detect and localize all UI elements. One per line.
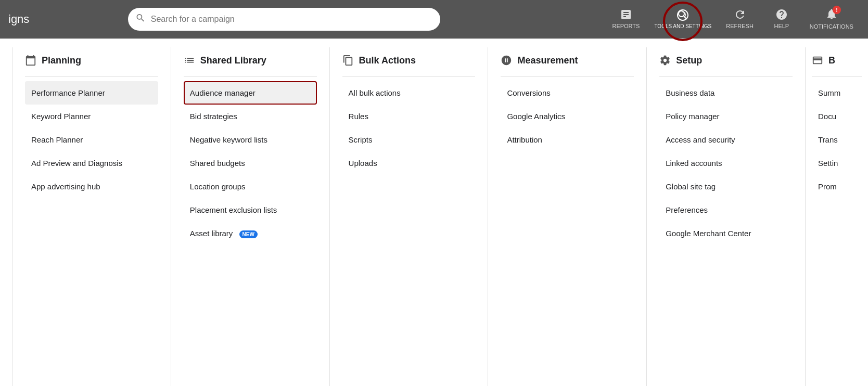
global-site-tag-item[interactable]: Global site tag <box>659 175 793 198</box>
search-container <box>128 8 440 31</box>
notifications-badge: ! <box>833 6 841 14</box>
tools-dropdown-panel: Planning Performance Planner Keyword Pla… <box>0 38 868 386</box>
setup-icon <box>659 55 671 66</box>
performance-planner-item[interactable]: Performance Planner <box>25 81 158 105</box>
left-partial-column <box>0 47 12 386</box>
planning-column: Planning Performance Planner Keyword Pla… <box>12 47 171 386</box>
shared-library-label: Shared Library <box>200 55 266 66</box>
bulk-actions-label: Bulk Actions <box>359 55 416 66</box>
attribution-item[interactable]: Attribution <box>501 128 634 151</box>
setup-header: Setup <box>659 47 793 77</box>
shared-library-column: Shared Library Audience manager Bid stra… <box>171 47 330 386</box>
asset-library-item[interactable]: Asset library NEW <box>184 222 317 246</box>
topbar: igns REPORTS TOOLS AND SETTINGS REFRESH … <box>0 0 868 38</box>
refresh-button[interactable]: REFRESH <box>726 8 754 30</box>
planning-header: Planning <box>25 47 158 77</box>
help-label: HELP <box>774 23 789 30</box>
calendar-icon <box>25 55 36 66</box>
bulk-actions-header: Bulk Actions <box>342 47 476 77</box>
notification-icon-wrap: ! <box>825 8 838 21</box>
transaction-item[interactable]: Trans <box>812 128 862 151</box>
planning-label: Planning <box>42 55 81 66</box>
access-security-item[interactable]: Access and security <box>659 128 793 151</box>
setup-label: Setup <box>676 55 702 66</box>
keyword-planner-item[interactable]: Keyword Planner <box>25 105 158 128</box>
scripts-item[interactable]: Scripts <box>342 128 476 151</box>
preferences-item[interactable]: Preferences <box>659 198 793 222</box>
new-badge: NEW <box>239 230 258 238</box>
settings-billing-item[interactable]: Settin <box>812 151 862 175</box>
shared-library-header: Shared Library <box>184 47 317 77</box>
uploads-item[interactable]: Uploads <box>342 151 476 175</box>
app-advertising-item[interactable]: App advertising hub <box>25 175 158 198</box>
policy-manager-item[interactable]: Policy manager <box>659 105 793 128</box>
measurement-icon <box>501 55 512 66</box>
search-input[interactable] <box>128 8 440 31</box>
rules-item[interactable]: Rules <box>342 105 476 128</box>
bid-strategies-item[interactable]: Bid strategies <box>184 105 317 128</box>
billing-icon <box>812 55 823 66</box>
reach-planner-item[interactable]: Reach Planner <box>25 128 158 151</box>
shared-library-icon <box>184 55 195 66</box>
google-merchant-center-item[interactable]: Google Merchant Center <box>659 222 793 245</box>
tools-settings-button[interactable]: TOOLS AND SETTINGS <box>654 9 711 30</box>
reports-button[interactable]: REPORTS <box>612 8 640 30</box>
placement-exclusion-lists-item[interactable]: Placement exclusion lists <box>184 198 317 222</box>
measurement-header: Measurement <box>501 47 634 77</box>
page-title: igns <box>8 12 29 26</box>
all-bulk-actions-item[interactable]: All bulk actions <box>342 81 476 105</box>
notifications-label: NOTIFICATIONS <box>810 23 853 30</box>
ad-preview-item[interactable]: Ad Preview and Diagnosis <box>25 151 158 175</box>
business-data-item[interactable]: Business data <box>659 81 793 105</box>
shared-budgets-item[interactable]: Shared budgets <box>184 151 317 175</box>
billing-partial-column: B Summ Docu Trans Settin Prom <box>806 47 868 386</box>
documents-item[interactable]: Docu <box>812 105 862 128</box>
notifications-button[interactable]: ! NOTIFICATIONS <box>810 8 853 30</box>
location-groups-item[interactable]: Location groups <box>184 175 317 198</box>
billing-header: B <box>812 47 862 77</box>
search-icon <box>135 13 146 26</box>
reports-label: REPORTS <box>612 23 640 30</box>
billing-label: B <box>828 55 835 66</box>
conversions-item[interactable]: Conversions <box>501 81 634 105</box>
refresh-label: REFRESH <box>726 23 754 30</box>
bulk-actions-icon <box>342 55 354 66</box>
measurement-label: Measurement <box>517 55 578 66</box>
linked-accounts-item[interactable]: Linked accounts <box>659 151 793 175</box>
summary-item[interactable]: Summ <box>812 81 862 105</box>
promotions-item[interactable]: Prom <box>812 175 862 198</box>
help-button[interactable]: HELP <box>768 8 795 30</box>
topbar-actions: REPORTS TOOLS AND SETTINGS REFRESH HELP … <box>612 8 860 30</box>
setup-column: Setup Business data Policy manager Acces… <box>647 47 806 386</box>
google-analytics-item[interactable]: Google Analytics <box>501 105 634 128</box>
negative-keyword-lists-item[interactable]: Negative keyword lists <box>184 128 317 151</box>
audience-manager-item[interactable]: Audience manager <box>184 81 317 105</box>
measurement-column: Measurement Conversions Google Analytics… <box>488 47 647 386</box>
bulk-actions-column: Bulk Actions All bulk actions Rules Scri… <box>330 47 489 386</box>
tools-label: TOOLS AND SETTINGS <box>654 23 711 30</box>
